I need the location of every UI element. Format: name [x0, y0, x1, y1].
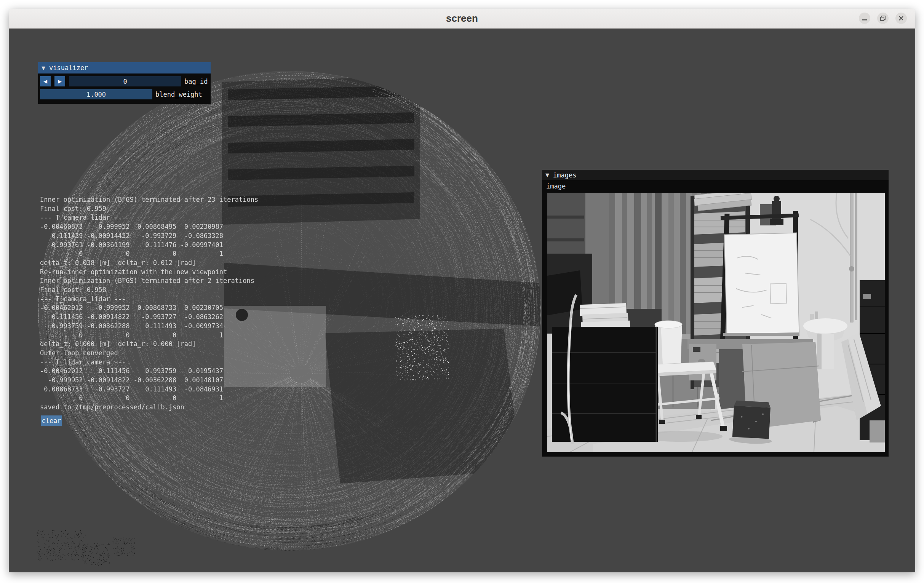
bag-id-label: bag_id: [184, 78, 208, 85]
images-panel: ▼ images image: [542, 170, 889, 456]
close-button[interactable]: [896, 13, 907, 24]
minimize-button[interactable]: [859, 13, 870, 24]
collapse-arrow-icon[interactable]: ▼: [41, 65, 45, 71]
image-label: image: [546, 183, 566, 190]
maximize-button[interactable]: [877, 13, 889, 24]
window-titlebar[interactable]: screen: [9, 9, 915, 28]
restore-icon: [880, 15, 886, 21]
app-window: screen: [9, 9, 915, 572]
left-shelf: [547, 193, 586, 261]
window-controls: [859, 13, 907, 24]
blend-weight-row: 1.000 blend_weight: [40, 89, 202, 99]
laptop-screen: [547, 270, 582, 315]
metal-box: [729, 400, 774, 445]
paper-stack: [580, 303, 630, 330]
screen-root: screen: [0, 0, 924, 583]
visualizer-panel: ▼ visualizer ◀ ▶ 0 bag_id 1.000 blend_we…: [38, 62, 211, 104]
bag-id-row: ◀ ▶ 0 bag_id: [40, 76, 208, 86]
bag-id-input[interactable]: 0: [69, 76, 181, 86]
visualizer-panel-title: visualizer: [49, 64, 88, 72]
clear-button[interactable]: clear: [41, 415, 62, 426]
blend-weight-label: blend_weight: [155, 91, 202, 98]
window-title: screen: [446, 13, 478, 25]
bag-id-prev-button[interactable]: ◀: [40, 76, 51, 86]
close-icon: [898, 15, 904, 21]
visualizer-panel-titlebar[interactable]: ▼ visualizer: [38, 62, 211, 74]
images-panel-titlebar[interactable]: ▼ images: [542, 170, 889, 180]
bag-id-next-button[interactable]: ▶: [54, 76, 65, 86]
minimize-icon: [861, 15, 868, 21]
camera-image: [547, 193, 885, 452]
blend-weight-slider[interactable]: 1.000: [40, 89, 152, 99]
images-panel-title: images: [553, 171, 576, 179]
collapse-arrow-icon[interactable]: ▼: [545, 172, 549, 178]
viewer-content: Inner optimization (BFGS) terminated aft…: [9, 28, 915, 572]
